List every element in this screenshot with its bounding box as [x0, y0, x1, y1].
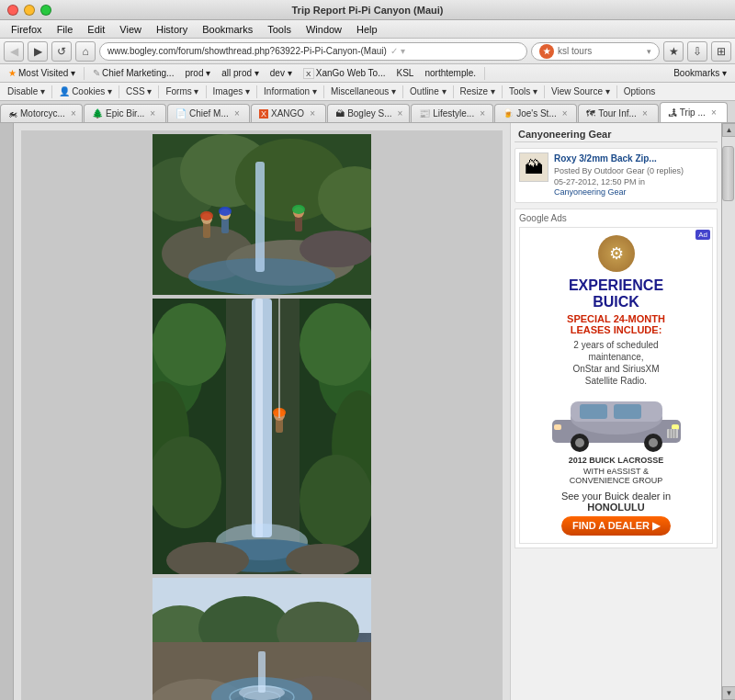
grid-icon: ⊞	[717, 45, 726, 58]
find-dealer-button[interactable]: FIND A DEALER ▶	[561, 516, 671, 536]
menu-view[interactable]: View	[112, 22, 149, 37]
tab-xango[interactable]: X XANGO ×	[251, 104, 326, 122]
svg-point-21	[153, 303, 226, 386]
ext-sep-6	[323, 85, 324, 98]
photos-wrapper	[21, 130, 503, 700]
sidebar-post-category[interactable]: Canyoneering Gear	[554, 187, 627, 197]
url-bar[interactable]: www.bogley.com/forum/showthread.php?6392…	[99, 42, 527, 61]
tab-epicbir[interactable]: 🌲 Epic Bir... ×	[84, 104, 166, 122]
tab-motorcyc-close[interactable]: ×	[68, 108, 79, 119]
tab-epicbir-favicon: 🌲	[92, 108, 103, 119]
menu-window[interactable]: Window	[299, 22, 349, 37]
bm-most-visited[interactable]: ★ Most Visited ▾	[4, 67, 80, 79]
svg-point-18	[292, 205, 305, 214]
tab-bogleeys-favicon: 🏔	[335, 108, 345, 119]
download-button[interactable]: ⇩	[687, 41, 707, 62]
search-bar[interactable]: ★ ksl tours ▾	[531, 42, 660, 61]
ext-sep-1	[51, 85, 52, 98]
tab-chiefm-close[interactable]: ×	[232, 108, 243, 119]
buick-ad[interactable]: Ad ⚙ EXPERIENCEBUICK SPECIAL 24-MONTHLEA…	[519, 227, 713, 544]
ext-information[interactable]: Information ▾	[260, 85, 321, 97]
scroll-down-button[interactable]: ▼	[722, 686, 735, 700]
ext-css[interactable]: CSS ▾	[122, 85, 155, 97]
maximize-button[interactable]	[40, 5, 51, 16]
ext-images[interactable]: Images ▾	[209, 85, 254, 97]
star-icon: ★	[669, 45, 679, 58]
window-controls[interactable]	[7, 5, 51, 16]
tab-joest-close[interactable]: ×	[560, 108, 571, 119]
tab-xango-close[interactable]: ×	[307, 108, 318, 119]
scroll-up-button[interactable]: ▲	[722, 123, 735, 137]
tab-lifestyle-favicon: 📰	[419, 108, 430, 119]
bm-all-prod[interactable]: all prod ▾	[217, 67, 264, 79]
sidebar-post-title[interactable]: Roxy 3/2mm Back Zip...	[554, 152, 713, 164]
bookmark-star-button[interactable]: ★	[663, 41, 684, 62]
ext-view-source[interactable]: View Source ▾	[548, 85, 614, 97]
menu-firefox[interactable]: Firefox	[4, 22, 50, 37]
sidebar-post-content: Roxy 3/2mm Back Zip... Posted By Outdoor…	[554, 152, 713, 198]
forward-button[interactable]: ▶	[28, 41, 48, 62]
bm-ksl[interactable]: KSL	[392, 67, 419, 79]
tab-motorcyc[interactable]: 🏍 Motorcyc... ×	[0, 104, 83, 122]
tab-trip-close[interactable]: ×	[708, 107, 719, 119]
bm-northtemple[interactable]: northtemple.	[420, 67, 481, 79]
buick-emblem: ⚙	[609, 243, 624, 264]
menu-help[interactable]: Help	[349, 22, 385, 37]
svg-point-51	[239, 685, 285, 700]
photo-1-svg	[153, 134, 371, 295]
scroll-track[interactable]	[722, 137, 735, 686]
bm-chief-marketing[interactable]: ✎ Chief Marketing...	[88, 67, 178, 79]
photo-3[interactable]	[153, 578, 371, 700]
bm-prod[interactable]: prod ▾	[180, 67, 215, 79]
scrollbar-vertical[interactable]: ▲ ▼	[721, 123, 735, 700]
tab-joest[interactable]: 🍺 Joe's St... ×	[494, 104, 577, 122]
ext-forms[interactable]: Forms ▾	[162, 85, 202, 97]
close-button[interactable]	[7, 5, 18, 16]
ext-sep-3	[158, 85, 159, 98]
bm-dev[interactable]: dev ▾	[266, 67, 297, 79]
extensions-bar: Disable ▾ 👤Cookies ▾ CSS ▾ Forms ▾ Image…	[0, 83, 735, 101]
back-button[interactable]: ◀	[4, 41, 24, 62]
reload-button[interactable]: ↺	[51, 41, 72, 62]
svg-point-60	[649, 438, 658, 447]
tab-epicbir-close[interactable]: ×	[147, 108, 158, 119]
ad-subhead: SPECIAL 24-MONTHLEASES INCLUDE:	[527, 313, 705, 335]
ext-outline[interactable]: Outline ▾	[406, 85, 449, 97]
sidebar-post-item[interactable]: 🏔 Roxy 3/2mm Back Zip... Posted By Outdo…	[514, 148, 718, 203]
home-button[interactable]: ⌂	[75, 41, 96, 62]
ext-options[interactable]: Options	[620, 85, 659, 97]
tab-tourinf[interactable]: 🗺 Tour Inf... ×	[578, 104, 659, 122]
tab-lifestyle-close[interactable]: ×	[477, 108, 488, 119]
tab-lifestyle[interactable]: 📰 Lifestyle... ×	[411, 104, 493, 122]
menu-file[interactable]: File	[50, 22, 81, 37]
bm-bookmarks-menu[interactable]: Bookmarks ▾	[669, 67, 731, 79]
tab-chiefm[interactable]: 📄 Chief M... ×	[167, 104, 250, 122]
grid-button[interactable]: ⊞	[711, 41, 731, 62]
tab-trip[interactable]: 🏞 Trip ... ×	[660, 102, 728, 122]
buick-logo: ⚙	[598, 235, 635, 272]
ext-cookies[interactable]: 👤Cookies ▾	[55, 85, 116, 97]
menu-tools[interactable]: Tools	[260, 22, 299, 37]
tab-bogleeys-close[interactable]: ×	[395, 108, 406, 119]
tab-tourinf-label: Tour Inf...	[598, 108, 637, 119]
menu-history[interactable]: History	[149, 22, 195, 37]
tab-bogleeys[interactable]: 🏔 Bogley S... ×	[327, 104, 410, 122]
photo-1[interactable]	[153, 134, 371, 295]
ext-misc[interactable]: Miscellaneous ▾	[327, 85, 400, 97]
svg-rect-9	[255, 162, 265, 272]
ext-resize[interactable]: Resize ▾	[457, 85, 499, 97]
forum-main[interactable]	[14, 123, 510, 700]
scroll-thumb[interactable]	[722, 146, 734, 201]
svg-point-16	[200, 211, 213, 220]
menu-bar: Firefox File Edit View History Bookmarks…	[0, 20, 735, 39]
ext-tools[interactable]: Tools ▾	[505, 85, 541, 97]
tab-tourinf-close[interactable]: ×	[639, 108, 650, 119]
menu-edit[interactable]: Edit	[80, 22, 112, 37]
search-engine-icon: ★	[539, 44, 554, 59]
ext-disable[interactable]: Disable ▾	[4, 85, 49, 97]
bm-xango[interactable]: X XanGo Web To...	[299, 67, 390, 80]
ext-sep-7	[402, 85, 403, 98]
photo-2[interactable]	[153, 299, 371, 574]
menu-bookmarks[interactable]: Bookmarks	[195, 22, 260, 37]
minimize-button[interactable]	[24, 5, 35, 16]
